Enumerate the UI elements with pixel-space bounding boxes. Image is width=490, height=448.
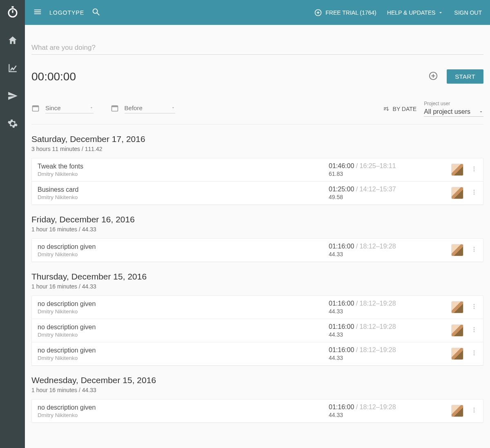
- svg-point-19: [474, 192, 475, 193]
- more-icon[interactable]: [471, 303, 477, 311]
- svg-line-4: [97, 13, 100, 15]
- gear-icon[interactable]: [7, 118, 18, 131]
- chart-icon[interactable]: [7, 63, 18, 75]
- entry-value: 44.33: [329, 412, 451, 418]
- entry-title: no description given: [38, 324, 329, 331]
- entry-value: 44.33: [329, 251, 451, 257]
- entry-title: no description given: [38, 300, 329, 308]
- sort-by-date[interactable]: BY DATE: [383, 106, 417, 112]
- time-entry[interactable]: no description givenDmitry Nikitenko01:1…: [32, 239, 483, 262]
- avatar[interactable]: [451, 348, 463, 360]
- entries-list: Tweak the fontsDmitry Nikitenko01:46:00 …: [31, 158, 483, 205]
- entry-value: 49.58: [329, 194, 451, 200]
- avatar[interactable]: [451, 301, 463, 313]
- entry-title: no description given: [38, 243, 329, 251]
- sign-out-link[interactable]: SIGN OUT: [454, 9, 482, 16]
- task-input-row: [31, 31, 483, 55]
- more-icon[interactable]: [471, 189, 477, 197]
- day-summary: 1 hour 16 minutes / 44.33: [31, 387, 483, 393]
- entry-time-range: / 18:12–19:28: [354, 404, 396, 410]
- home-icon[interactable]: [7, 35, 18, 47]
- sidebar-nav: [0, 0, 25, 448]
- project-user-label: Project user: [424, 101, 483, 106]
- svg-point-33: [474, 408, 475, 409]
- entry-duration: 01:16:00: [329, 346, 354, 353]
- entry-time-range: / 14:12–15:37: [354, 186, 396, 193]
- calendar-since-icon[interactable]: [31, 104, 40, 114]
- avatar[interactable]: [451, 405, 463, 417]
- svg-point-29: [474, 331, 475, 332]
- send-icon[interactable]: [7, 91, 18, 103]
- avatar[interactable]: [451, 164, 463, 176]
- entry-time-range: / 18:12–19:28: [354, 300, 396, 307]
- sort-icon: [383, 106, 390, 112]
- time-entry[interactable]: Tweak the fontsDmitry Nikitenko01:46:00 …: [32, 158, 483, 182]
- svg-point-30: [474, 350, 475, 352]
- project-user-select[interactable]: All project users: [424, 108, 483, 117]
- entry-title: no description given: [38, 404, 329, 411]
- more-icon[interactable]: [471, 407, 477, 415]
- svg-rect-12: [33, 106, 39, 107]
- time-entry[interactable]: no description givenDmitry Nikitenko01:1…: [32, 342, 483, 365]
- entry-user: Dmitry Nikitenko: [38, 355, 329, 361]
- entries-list: no description givenDmitry Nikitenko01:1…: [31, 295, 483, 366]
- svg-point-17: [474, 170, 475, 171]
- svg-point-34: [474, 410, 475, 411]
- entry-title: Tweak the fonts: [38, 163, 329, 170]
- day-group: Friday, December 16, 20161 hour 16 minut…: [31, 215, 483, 262]
- svg-rect-14: [111, 106, 118, 107]
- time-entry[interactable]: Business cardDmitry Nikitenko01:25:00 / …: [32, 182, 483, 204]
- free-trial-link[interactable]: FREE TRIAL (1764): [314, 9, 376, 17]
- svg-point-3: [93, 9, 98, 13]
- project-user-value: All project users: [424, 108, 470, 115]
- help-updates-label: HELP & UPDATES: [387, 9, 436, 16]
- day-group: Saturday, December 17, 20163 hours 11 mi…: [31, 134, 483, 205]
- entry-time-range: / 18:12–19:28: [354, 346, 396, 353]
- since-select[interactable]: Since: [45, 104, 94, 113]
- svg-point-23: [474, 251, 475, 252]
- svg-point-26: [474, 308, 475, 309]
- more-icon[interactable]: [471, 350, 477, 358]
- dropdown-icon: [479, 109, 483, 114]
- task-input[interactable]: [31, 44, 483, 52]
- free-trial-label: FREE TRIAL (1764): [325, 9, 376, 16]
- more-icon[interactable]: [471, 166, 477, 174]
- svg-point-20: [474, 193, 475, 195]
- more-icon[interactable]: [471, 246, 477, 254]
- avatar[interactable]: [451, 187, 463, 199]
- day-title: Saturday, December 17, 2016: [31, 134, 483, 144]
- calendar-before-icon[interactable]: [111, 104, 119, 114]
- add-entry-icon[interactable]: [429, 71, 438, 82]
- entry-duration: 01:16:00: [329, 404, 354, 410]
- more-icon[interactable]: [471, 326, 477, 335]
- entry-user: Dmitry Nikitenko: [38, 251, 329, 257]
- day-group: Wednesday, December 15, 20161 hour 16 mi…: [31, 375, 483, 423]
- entry-value: 44.33: [329, 331, 451, 338]
- time-entry[interactable]: no description givenDmitry Nikitenko01:1…: [32, 296, 483, 319]
- svg-point-35: [474, 411, 475, 413]
- time-entry[interactable]: no description givenDmitry Nikitenko01:1…: [32, 319, 483, 342]
- entry-user: Dmitry Nikitenko: [38, 412, 329, 418]
- entry-value: 61.83: [329, 171, 451, 177]
- svg-point-15: [474, 166, 475, 168]
- day-title: Friday, December 16, 2016: [31, 215, 483, 224]
- dropdown-icon: [89, 106, 94, 110]
- day-title: Wednesday, December 15, 2016: [31, 375, 483, 385]
- before-select[interactable]: Before: [125, 104, 175, 113]
- stopwatch-logo-icon[interactable]: [7, 6, 19, 20]
- day-summary: 3 hours 11 minutes / 111.42: [31, 146, 483, 152]
- since-label: Since: [45, 104, 61, 111]
- entry-duration: 01:25:00: [329, 186, 354, 193]
- chevron-down-icon: [438, 10, 443, 16]
- entry-title: no description given: [38, 347, 329, 354]
- time-entry[interactable]: no description givenDmitry Nikitenko01:1…: [32, 399, 483, 422]
- topbar: LOGOTYPE FREE TRIAL (1764) HELP & UPDATE…: [25, 0, 490, 25]
- svg-point-32: [474, 354, 475, 355]
- avatar[interactable]: [451, 324, 463, 337]
- svg-point-21: [474, 247, 475, 248]
- help-updates-link[interactable]: HELP & UPDATES: [387, 9, 444, 16]
- avatar[interactable]: [451, 244, 463, 256]
- menu-icon[interactable]: [33, 7, 42, 18]
- search-icon[interactable]: [91, 7, 100, 18]
- start-button[interactable]: START: [447, 69, 483, 84]
